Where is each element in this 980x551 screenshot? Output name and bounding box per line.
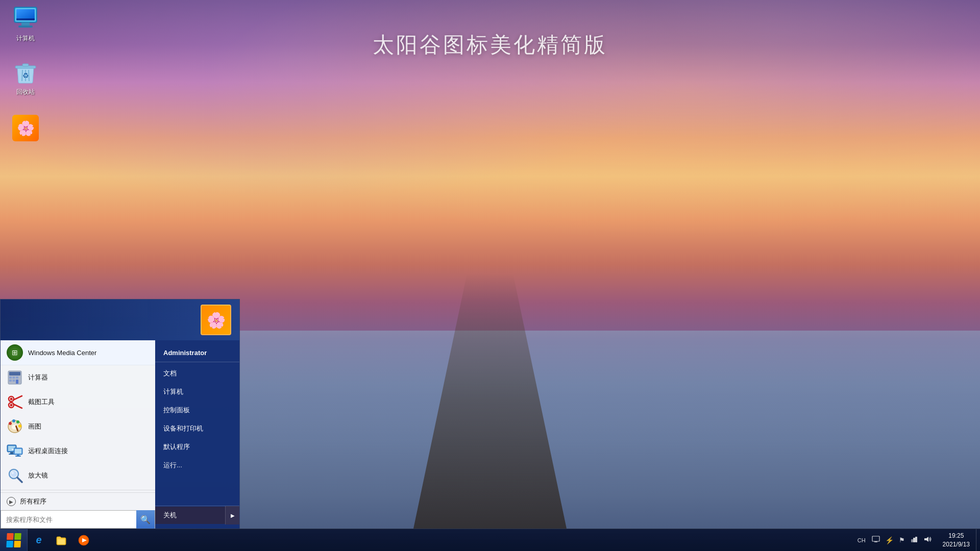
- svg-line-24: [13, 396, 22, 400]
- calc-app-label: 计算器: [28, 373, 48, 382]
- magnifier-app-icon: [7, 467, 23, 484]
- svg-rect-50: [874, 541, 877, 542]
- start-menu: 🌸 Windows Media Center: [0, 299, 240, 529]
- start-right-run[interactable]: 运行...: [155, 456, 239, 474]
- all-programs-label: 所有程序: [20, 497, 46, 506]
- all-programs-arrow-icon: ▶: [7, 497, 16, 506]
- desktop: 太阳谷图标美化精简版 计算机: [0, 0, 980, 551]
- language-indicator[interactable]: CH: [855, 536, 868, 544]
- svg-rect-40: [17, 455, 19, 456]
- start-right-defaults[interactable]: 默认程序: [155, 438, 239, 456]
- start-app-snip[interactable]: 截图工具: [1, 390, 155, 414]
- svg-rect-16: [16, 377, 18, 379]
- start-app-paint[interactable]: 画图: [1, 414, 155, 439]
- desktop-icon-media[interactable]: 🌸: [5, 115, 46, 144]
- svg-rect-39: [15, 449, 21, 454]
- desktop-icon-computer[interactable]: 计算机: [5, 5, 46, 43]
- pier-decoration: [413, 273, 567, 529]
- svg-rect-36: [10, 452, 13, 454]
- all-programs-row[interactable]: ▶ 所有程序: [1, 492, 155, 510]
- network-icon[interactable]: [909, 535, 919, 545]
- svg-point-31: [18, 424, 21, 428]
- start-right-user[interactable]: Administrator: [155, 344, 239, 362]
- display-icon[interactable]: [871, 535, 881, 545]
- clock[interactable]: 19:25 2021/9/13: [937, 529, 976, 552]
- media-icon: 🌸: [12, 115, 39, 141]
- svg-rect-17: [9, 380, 12, 382]
- taskbar-ie[interactable]: e: [28, 529, 50, 552]
- wmc-icon-graphic: [7, 344, 23, 361]
- svg-rect-51: [913, 538, 915, 542]
- svg-rect-19: [16, 380, 18, 384]
- shutdown-arrow-button[interactable]: ▶: [225, 506, 239, 524]
- wmc-app-icon: [7, 344, 23, 361]
- svg-rect-53: [915, 537, 917, 542]
- taskbar-explorer[interactable]: [50, 529, 72, 552]
- show-desktop-button[interactable]: [976, 529, 980, 552]
- start-right-panel: Administrator 文档 计算机 控制面板 设备和打印机 默认程序 运行…: [155, 340, 239, 529]
- start-app-calc[interactable]: 计算器: [1, 365, 155, 390]
- svg-line-45: [17, 478, 22, 482]
- media-player-icon: [78, 535, 89, 546]
- remote-app-icon: [7, 443, 23, 459]
- svg-rect-13: [9, 372, 20, 375]
- start-app-remote[interactable]: 远程桌面连接: [1, 439, 155, 463]
- calc-app-icon: [7, 369, 23, 386]
- svg-point-30: [16, 420, 19, 423]
- shutdown-button[interactable]: 关机: [155, 507, 225, 524]
- media-icon-label: [23, 143, 28, 144]
- search-input[interactable]: [1, 516, 136, 523]
- desktop-icon-recycle[interactable]: ♻ 回收站: [5, 59, 46, 97]
- svg-rect-52: [911, 539, 913, 542]
- start-menu-header: 🌸: [1, 299, 239, 340]
- snip-app-icon: [7, 394, 23, 410]
- start-menu-body: Windows Media Center: [1, 340, 239, 529]
- start-right-control[interactable]: 控制面板: [155, 401, 239, 419]
- svg-rect-15: [13, 377, 15, 379]
- computer-icon: [12, 5, 39, 32]
- start-left-panel: Windows Media Center: [1, 340, 155, 529]
- search-button[interactable]: 🔍: [136, 510, 155, 529]
- taskbar-media[interactable]: [72, 529, 95, 552]
- recycle-icon-label: 回收站: [14, 87, 37, 97]
- svg-point-23: [10, 404, 13, 407]
- clock-date: 2021/9/13: [943, 540, 970, 549]
- svg-rect-2: [21, 22, 30, 26]
- computer-icon-label: 计算机: [14, 34, 37, 43]
- bluetooth-icon[interactable]: ⚡: [884, 535, 895, 545]
- recycle-icon: ♻: [12, 59, 39, 85]
- system-tray: CH ⚡ ⚑: [851, 529, 980, 552]
- svg-point-29: [12, 419, 15, 422]
- avatar-flower-icon: 🌸: [207, 311, 226, 329]
- svg-rect-5: [16, 18, 35, 20]
- ie-icon: e: [36, 534, 41, 546]
- start-button[interactable]: [0, 529, 28, 552]
- start-right-devices[interactable]: 设备和打印机: [155, 419, 239, 438]
- svg-point-28: [9, 422, 12, 425]
- svg-marker-54: [924, 537, 928, 542]
- search-box: 🔍: [1, 510, 155, 529]
- start-right-docs[interactable]: 文档: [155, 364, 239, 383]
- paint-app-label: 画图: [28, 422, 41, 431]
- remote-app-label: 远程桌面连接: [28, 446, 68, 456]
- wmc-app-label: Windows Media Center: [28, 349, 96, 357]
- start-separator: [1, 490, 155, 490]
- svg-point-44: [12, 472, 14, 474]
- svg-rect-49: [872, 536, 879, 541]
- svg-rect-3: [18, 26, 33, 28]
- start-app-magnifier[interactable]: 放大镜: [1, 463, 155, 488]
- flag-icon[interactable]: ⚑: [898, 535, 906, 545]
- start-app-wmc[interactable]: Windows Media Center: [1, 340, 155, 365]
- folder-icon: [56, 535, 67, 546]
- svg-point-43: [11, 471, 17, 477]
- svg-text:♻: ♻: [22, 71, 29, 80]
- svg-point-22: [10, 398, 13, 400]
- paint-app-icon: [7, 418, 23, 435]
- windows-logo-icon: [6, 533, 21, 547]
- user-avatar[interactable]: 🌸: [201, 305, 231, 335]
- magnifier-app-label: 放大镜: [28, 471, 48, 480]
- svg-line-25: [13, 404, 22, 408]
- taskbar: e CH: [0, 529, 980, 551]
- start-right-computer[interactable]: 计算机: [155, 383, 239, 401]
- volume-icon[interactable]: [922, 535, 933, 545]
